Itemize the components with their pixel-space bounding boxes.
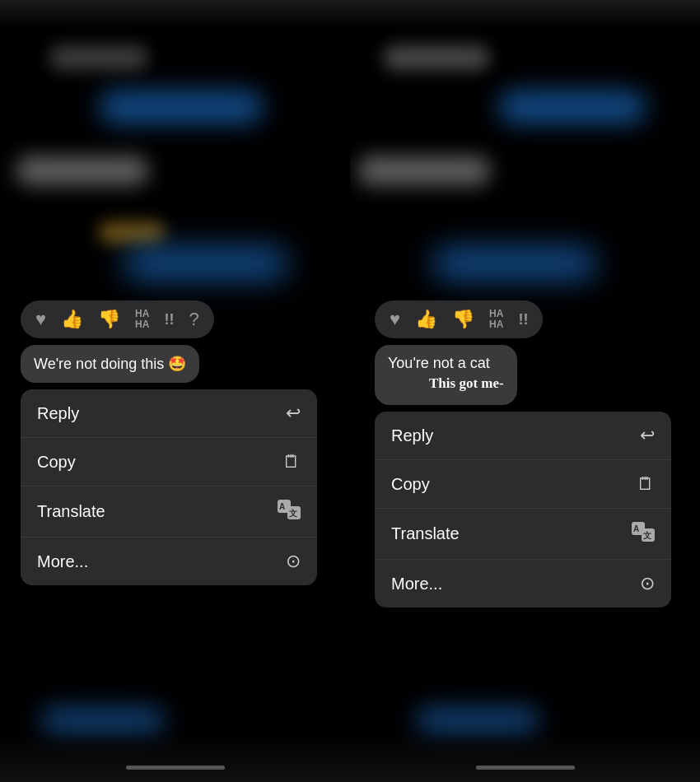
left-copy-button[interactable]: Copy 🗒 <box>21 438 317 486</box>
left-more-icon: ⊙ <box>286 551 301 572</box>
right-translate-button[interactable]: Translate A 文 <box>375 509 671 560</box>
right-reply-label: Reply <box>391 426 433 445</box>
right-reply-icon: ↩ <box>640 425 655 446</box>
left-reply-label: Reply <box>37 404 79 423</box>
right-thumbsup-reaction[interactable]: 👍 <box>415 309 437 330</box>
right-reaction-bar: ♥ 👍 👎 HAHA !! <box>375 300 543 338</box>
right-copy-icon: 🗒 <box>637 473 655 495</box>
right-translate-label: Translate <box>391 524 460 543</box>
left-panel: ♥ 👍 👎 HAHA !! ? We're not doing this 🤩 R… <box>0 0 350 782</box>
heart-reaction[interactable]: ♥ <box>35 309 46 330</box>
thumbsup-reaction[interactable]: 👍 <box>61 309 83 330</box>
right-home-indicator <box>476 766 575 770</box>
left-copy-icon: 🗒 <box>282 451 301 472</box>
left-more-label: More... <box>37 552 88 571</box>
right-translate-icon: A 文 <box>632 522 655 546</box>
left-home-indicator <box>126 766 225 770</box>
left-context-menu: Reply ↩ Copy 🗒 Translate A 文 <box>21 389 317 585</box>
right-heart-reaction[interactable]: ♥ <box>390 309 400 330</box>
right-reply-button[interactable]: Reply ↩ <box>375 412 671 460</box>
question-reaction[interactable]: ? <box>189 309 198 330</box>
left-translate-label: Translate <box>37 502 105 521</box>
right-copy-button[interactable]: Copy 🗒 <box>375 460 671 509</box>
left-copy-label: Copy <box>37 453 76 472</box>
left-translate-button[interactable]: Translate A 文 <box>21 486 317 538</box>
svg-text:A: A <box>633 524 639 533</box>
thumbsdown-reaction[interactable]: 👎 <box>98 309 120 330</box>
right-thumbsdown-reaction[interactable]: 👎 <box>452 309 474 330</box>
left-translate-icon: A 文 <box>278 500 301 524</box>
right-more-label: More... <box>391 575 442 593</box>
right-panel: ♥ 👍 👎 HAHA !! You're not a cat This got … <box>350 0 700 782</box>
right-context-menu: Reply ↩ Copy 🗒 Translate A 文 <box>375 412 671 607</box>
right-exclamation-reaction[interactable]: !! <box>518 311 528 328</box>
right-message-text: You're not a cat <box>388 355 490 371</box>
svg-text:文: 文 <box>289 509 297 518</box>
right-overlay-text: This got me- <box>429 375 504 392</box>
left-content: ♥ 👍 👎 HAHA !! ? We're not doing this 🤩 R… <box>0 0 350 782</box>
left-reply-button[interactable]: Reply ↩ <box>21 389 317 438</box>
right-content: ♥ 👍 👎 HAHA !! You're not a cat This got … <box>350 0 700 782</box>
exclamation-reaction[interactable]: !! <box>164 311 174 328</box>
right-copy-label: Copy <box>391 475 430 494</box>
haha-reaction[interactable]: HAHA <box>135 309 149 330</box>
right-more-icon: ⊙ <box>640 573 655 594</box>
left-message-bubble: We're not doing this 🤩 <box>21 345 199 383</box>
left-more-button[interactable]: More... ⊙ <box>21 538 317 585</box>
svg-text:A: A <box>279 502 285 511</box>
left-reply-icon: ↩ <box>286 403 301 424</box>
left-message-text: We're not doing this 🤩 <box>34 356 186 372</box>
right-more-button[interactable]: More... ⊙ <box>375 560 671 607</box>
svg-text:文: 文 <box>643 531 651 540</box>
right-message-bubble: You're not a cat This got me- <box>375 345 517 405</box>
left-reaction-bar: ♥ 👍 👎 HAHA !! ? <box>21 300 214 338</box>
right-haha-reaction[interactable]: HAHA <box>489 309 503 330</box>
